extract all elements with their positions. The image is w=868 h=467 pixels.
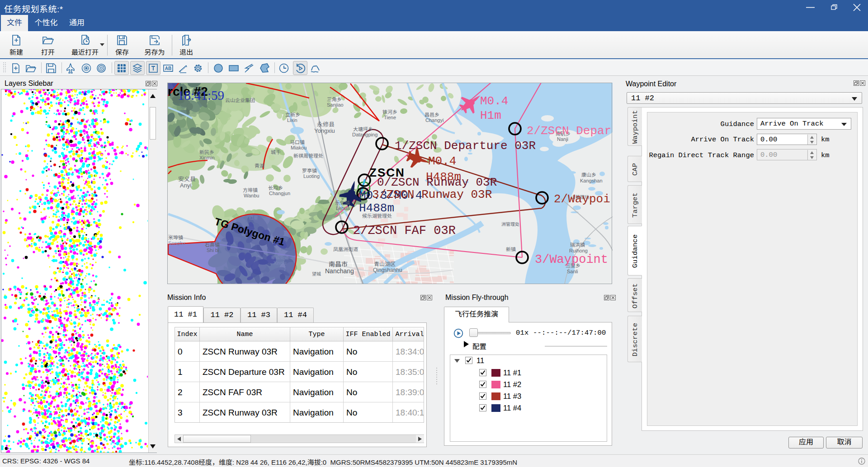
svg-text:AB: AB	[165, 66, 171, 71]
